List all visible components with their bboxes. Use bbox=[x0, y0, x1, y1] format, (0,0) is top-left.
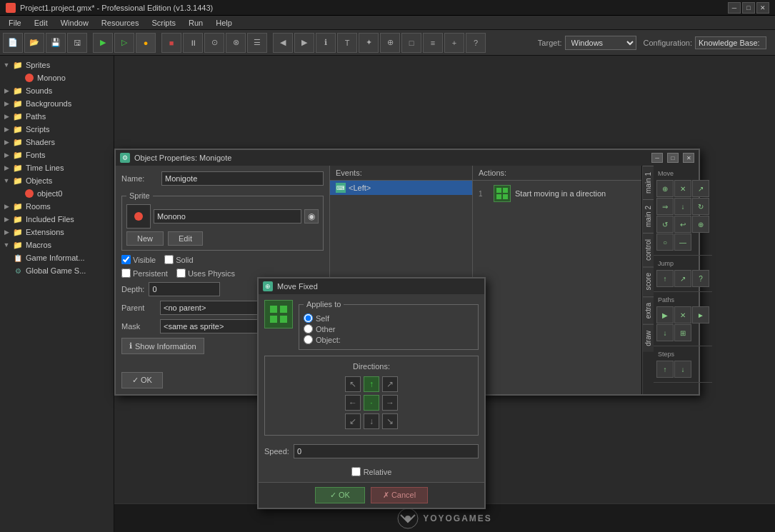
persistent-checkbox[interactable] bbox=[121, 268, 131, 278]
tb-pause[interactable]: ⏸ bbox=[183, 33, 203, 53]
sidebar-item-rooms[interactable]: ▶ 📁 Rooms bbox=[0, 200, 114, 213]
minimize-button[interactable]: ─ bbox=[728, 2, 741, 14]
obj-props-minimize[interactable]: ─ bbox=[651, 153, 663, 163]
config-input[interactable] bbox=[695, 36, 766, 49]
tb-options3[interactable]: ☰ bbox=[247, 33, 267, 53]
tab-main2[interactable]: main 2 bbox=[643, 199, 654, 233]
applies-other-item[interactable]: Other bbox=[304, 323, 474, 334]
tb-misc4[interactable]: ≡ bbox=[423, 33, 443, 53]
dir-upleft[interactable]: ↖ bbox=[345, 376, 361, 392]
action-path2[interactable]: ✕ bbox=[674, 306, 691, 323]
sidebar-item-extensions[interactable]: ▶ 📁 Extensions bbox=[0, 226, 114, 239]
tb-text[interactable]: T bbox=[337, 33, 357, 53]
persistent-check-item[interactable]: Persistent bbox=[121, 268, 168, 278]
sidebar-item-included-files[interactable]: ▶ 📁 Included Files bbox=[0, 213, 114, 226]
tb-options1[interactable]: ⊙ bbox=[204, 33, 224, 53]
sprite-input[interactable] bbox=[154, 209, 301, 224]
tb-run[interactable]: ▶ bbox=[93, 33, 113, 53]
action-path4[interactable]: ↓ bbox=[656, 324, 674, 341]
edit-sprite-button[interactable]: Edit bbox=[168, 231, 203, 246]
dir-downright[interactable]: ↘ bbox=[382, 413, 398, 429]
sidebar-item-monono[interactable]: Monono bbox=[11, 71, 114, 84]
dir-left[interactable]: ← bbox=[345, 395, 361, 411]
solid-checkbox[interactable] bbox=[164, 255, 174, 264]
action-move-none[interactable]: ○ bbox=[656, 234, 674, 251]
tb-run-debug[interactable]: ▷ bbox=[114, 33, 134, 53]
move-fixed-cancel-button[interactable]: ✗ Cancel bbox=[371, 487, 428, 503]
sidebar-item-scripts[interactable]: ▶ 📁 Scripts bbox=[0, 123, 114, 136]
tb-misc5[interactable]: + bbox=[444, 33, 464, 53]
tab-extra[interactable]: extra bbox=[643, 296, 654, 324]
menu-file[interactable]: File bbox=[3, 17, 27, 29]
action-move-reverse[interactable]: ↺ bbox=[656, 216, 674, 233]
action-move-stop[interactable]: ✕ bbox=[674, 180, 691, 197]
sidebar-item-fonts[interactable]: ▶ 📁 Fonts bbox=[0, 149, 114, 161]
dir-up[interactable]: ↑ bbox=[364, 376, 379, 392]
sidebar-item-macros[interactable]: ▼ 📁 Macros bbox=[0, 239, 114, 251]
action-jump1[interactable]: ↑ bbox=[656, 270, 674, 287]
maximize-button[interactable]: □ bbox=[742, 2, 755, 14]
obj-props-restore[interactable]: □ bbox=[667, 153, 679, 163]
dir-down[interactable]: ↓ bbox=[364, 413, 379, 429]
event-item-left[interactable]: ⌨ <Left> bbox=[330, 181, 472, 195]
action-move-right[interactable]: ⇒ bbox=[656, 198, 674, 215]
tb-new[interactable]: 📄 bbox=[3, 33, 23, 53]
sprite-browse-button[interactable]: ◉ bbox=[304, 209, 319, 224]
action-move-path[interactable]: — bbox=[674, 234, 691, 251]
tab-score[interactable]: score bbox=[643, 266, 654, 296]
sidebar-item-object0[interactable]: object0 bbox=[11, 187, 114, 200]
action-step2[interactable]: ↓ bbox=[674, 361, 691, 378]
dir-downleft[interactable]: ↙ bbox=[345, 413, 361, 429]
tb-help[interactable]: ? bbox=[466, 33, 486, 53]
solid-check-item[interactable]: Solid bbox=[164, 255, 193, 264]
applies-other-radio[interactable] bbox=[304, 324, 313, 333]
tb-open[interactable]: 📂 bbox=[24, 33, 44, 53]
action-path5[interactable]: ⊞ bbox=[674, 324, 691, 341]
menu-scripts[interactable]: Scripts bbox=[146, 17, 181, 29]
show-info-button[interactable]: ℹ Show Information bbox=[121, 338, 204, 354]
move-fixed-ok-button[interactable]: ✓ OK bbox=[315, 487, 365, 503]
applies-self-item[interactable]: Self bbox=[304, 313, 474, 323]
tb-fwd[interactable]: ▶ bbox=[294, 33, 314, 53]
action-step1[interactable]: ↑ bbox=[656, 361, 674, 378]
obj-props-ok-button[interactable]: ✓ OK bbox=[121, 372, 163, 388]
tb-stop[interactable]: ■ bbox=[161, 33, 181, 53]
applies-object-radio[interactable] bbox=[304, 335, 313, 344]
visible-check-item[interactable]: Visible bbox=[121, 255, 156, 264]
menu-edit[interactable]: Edit bbox=[29, 17, 54, 29]
sidebar-item-game-info[interactable]: 📋 Game Informat... bbox=[0, 251, 114, 264]
action-move-speed[interactable]: ↗ bbox=[692, 180, 709, 197]
action-jump3[interactable]: ? bbox=[692, 270, 709, 287]
tab-control[interactable]: control bbox=[643, 233, 654, 266]
speed-input[interactable] bbox=[294, 444, 479, 458]
visible-checkbox[interactable] bbox=[121, 255, 131, 264]
sidebar-item-sounds[interactable]: ▶ 📁 Sounds bbox=[0, 84, 114, 97]
tb-misc1[interactable]: ✦ bbox=[359, 33, 379, 53]
menu-run[interactable]: Run bbox=[183, 17, 209, 29]
action-path3[interactable]: ► bbox=[692, 306, 709, 323]
tb-misc2[interactable]: ⊕ bbox=[380, 33, 400, 53]
action-jump2[interactable]: ↗ bbox=[674, 270, 691, 287]
sidebar-item-objects[interactable]: ▼ 📁 Objects bbox=[0, 174, 114, 187]
applies-object-item[interactable]: Object: bbox=[304, 334, 474, 345]
action-move-gravity[interactable]: ⊕ bbox=[692, 216, 709, 233]
physics-check-item[interactable]: Uses Physics bbox=[176, 268, 235, 278]
tb-back[interactable]: ◀ bbox=[273, 33, 293, 53]
action-move-friction[interactable]: ↩ bbox=[674, 216, 691, 233]
relative-checkbox[interactable] bbox=[351, 467, 361, 476]
action-move-arrows[interactable]: ⊕ bbox=[656, 180, 674, 197]
obj-props-close[interactable]: ✕ bbox=[683, 153, 694, 163]
tb-options2[interactable]: ⊗ bbox=[226, 33, 246, 53]
tb-run-safe[interactable]: ● bbox=[136, 33, 156, 53]
uses-physics-checkbox[interactable] bbox=[176, 268, 186, 278]
target-select[interactable]: Windows bbox=[565, 36, 636, 50]
sidebar-item-backgrounds[interactable]: ▶ 📁 Backgrounds bbox=[0, 97, 114, 110]
tb-save[interactable]: 💾 bbox=[46, 33, 66, 53]
tb-info[interactable]: ℹ bbox=[316, 33, 336, 53]
sidebar-item-timelines[interactable]: ▶ 📁 Time Lines bbox=[0, 161, 114, 174]
tb-save-all[interactable]: 🖫 bbox=[67, 33, 87, 53]
close-button[interactable]: ✕ bbox=[756, 2, 769, 14]
applies-self-radio[interactable] bbox=[304, 313, 313, 323]
action-move-down[interactable]: ↓ bbox=[674, 198, 691, 215]
sidebar-item-sprites[interactable]: ▼ 📁 Sprites bbox=[0, 59, 114, 71]
